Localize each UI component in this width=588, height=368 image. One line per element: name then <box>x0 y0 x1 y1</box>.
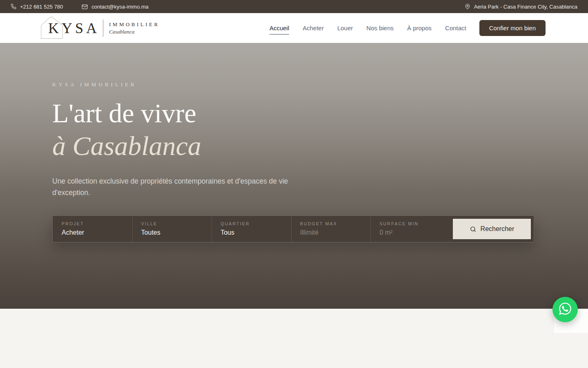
hero-eyebrow: KYSA IMMOBILIER <box>52 81 588 88</box>
main-nav: Accueil Acheter Louer Nos biens À propos… <box>256 20 546 36</box>
whatsapp-button[interactable] <box>552 297 578 322</box>
nav-item-acheter[interactable]: Acheter <box>303 25 324 31</box>
hero-title-line1: L'art de vivre <box>52 97 588 130</box>
field-value: Illimité <box>300 229 371 236</box>
field-value: Tous <box>220 229 291 236</box>
hero-subtitle: Une collection exclusive de propriétés c… <box>52 175 291 198</box>
field-value: Toutes <box>141 229 212 236</box>
search-field-quartier[interactable]: QUARTIER Tous <box>212 216 291 242</box>
nav-item-louer[interactable]: Louer <box>337 25 353 31</box>
topbar-location-text: Aeria Park - Casa Finance City, Casablan… <box>474 4 577 10</box>
field-label: QUARTIER <box>220 221 291 226</box>
field-value: 0 m² <box>379 229 450 236</box>
confier-mon-bien-button[interactable]: Confier mon bien <box>479 20 546 36</box>
next-section <box>0 309 588 368</box>
logo-city: Casablanca <box>109 29 160 35</box>
rechercher-button[interactable]: Rechercher <box>453 219 531 239</box>
topbar-email-text: contact@kysa-immo.ma <box>91 4 149 10</box>
logo-type: IMMOBILIER <box>109 21 160 28</box>
hero-title-line2: à Casablanca <box>52 130 588 162</box>
search-button-label: Rechercher <box>481 225 514 233</box>
hero-title: L'art de vivre à Casablanca <box>52 97 588 162</box>
topbar: +212 681 525 780 contact@kysa-immo.ma Ae… <box>0 0 588 13</box>
field-label: SURFACE MIN <box>379 221 450 226</box>
search-field-projet[interactable]: PROJET Acheter <box>53 216 132 242</box>
nav-item-contact[interactable]: Contact <box>445 25 466 31</box>
logo[interactable]: KYSA IMMOBILIER Casablanca <box>38 15 160 42</box>
map-pin-icon <box>465 4 470 9</box>
nav-item-nos-biens[interactable]: Nos biens <box>366 25 394 31</box>
topbar-phone-text: +212 681 525 780 <box>20 4 63 10</box>
header: KYSA IMMOBILIER Casablanca Accueil Achet… <box>0 13 588 43</box>
search-field-ville[interactable]: VILLE Toutes <box>132 216 212 242</box>
nav-item-a-propos[interactable]: À propos <box>407 25 432 31</box>
property-search-bar: PROJET Acheter VILLE Toutes QUARTIER Tou… <box>52 215 534 242</box>
location-item: Aeria Park - Casa Finance City, Casablan… <box>465 4 577 10</box>
logo-divider <box>103 20 103 37</box>
phone-link[interactable]: +212 681 525 780 <box>11 4 63 10</box>
field-label: VILLE <box>141 221 212 226</box>
whatsapp-icon <box>558 302 572 317</box>
hero-section: KYSA IMMOBILIER L'art de vivre à Casabla… <box>0 43 588 309</box>
search-icon <box>470 226 477 233</box>
phone-icon <box>11 4 16 9</box>
search-field-budget-max[interactable]: BUDGET MAX Illimité <box>291 216 371 242</box>
nav-item-accueil[interactable]: Accueil <box>270 25 289 31</box>
field-label: PROJET <box>62 221 132 226</box>
field-label: BUDGET MAX <box>300 221 371 226</box>
email-link[interactable]: contact@kysa-immo.ma <box>82 4 149 10</box>
logo-name: KYSA <box>48 20 100 37</box>
field-value: Acheter <box>62 229 132 236</box>
search-field-surface-min[interactable]: SURFACE MIN 0 m² <box>370 216 450 242</box>
mail-icon <box>82 4 88 10</box>
